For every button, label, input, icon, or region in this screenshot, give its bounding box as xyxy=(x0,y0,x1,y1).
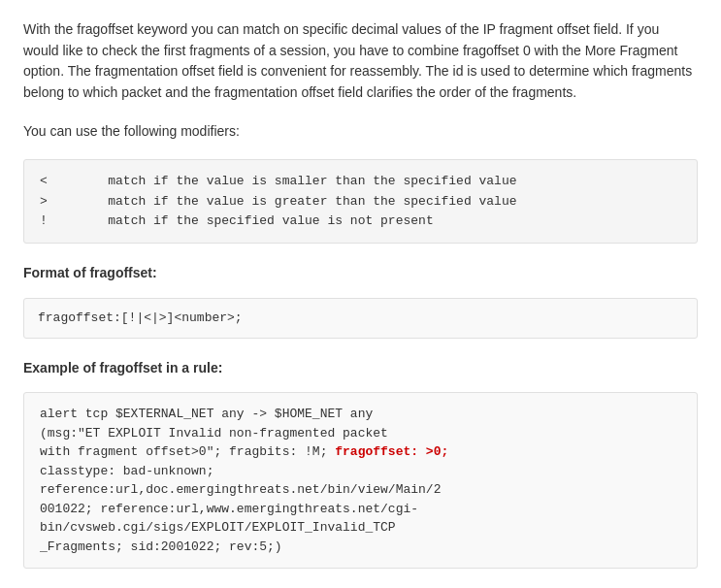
format-heading: Format of fragoffset: xyxy=(23,263,698,284)
format-code: fragoffset:[!|<|>]<number>; xyxy=(23,298,698,339)
example-heading: Example of fragoffset in a rule: xyxy=(23,358,698,379)
modifier-lt-symbol: < xyxy=(40,174,48,188)
example-code-highlight: fragoffset: >0; xyxy=(335,444,448,459)
modifiers-table: < match if the value is smaller than the… xyxy=(23,159,698,243)
modifier-not-symbol: ! xyxy=(40,213,48,228)
example-code-after: classtype: bad-unknown; reference:url,do… xyxy=(40,464,441,554)
example-code: alert tcp $EXTERNAL_NET any -> $HOME_NET… xyxy=(23,392,698,569)
modifier-gt-symbol: > xyxy=(40,194,48,209)
intro-paragraph: With the fragoffset keyword you can matc… xyxy=(23,19,698,104)
modifiers-intro: You can use the following modifiers: xyxy=(23,121,698,143)
